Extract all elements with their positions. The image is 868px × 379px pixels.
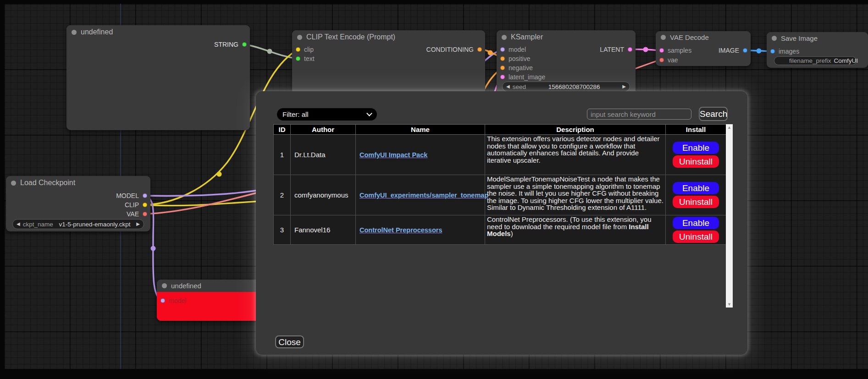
header-author: Author	[291, 125, 356, 135]
output-slot-latent[interactable]: LATENT	[600, 45, 632, 54]
output-slot-vae[interactable]: VAE	[127, 209, 147, 219]
prev-arrow-icon[interactable]: ◀	[17, 222, 20, 226]
collapse-dot-icon[interactable]	[72, 30, 77, 35]
filename-prefix-widget[interactable]: filename_prefix ComfyUI	[774, 56, 857, 65]
node-load-checkpoint[interactable]: Load Checkpoint MODEL CLIP VAE ◀ ckpt_na…	[6, 176, 150, 231]
slot-dot[interactable]	[143, 193, 147, 198]
input-slot-samples[interactable]: samples	[659, 46, 691, 55]
output-slot-clip[interactable]: CLIP	[125, 200, 147, 209]
node-title-bar[interactable]: CLIP Text Encode (Prompt)	[292, 30, 485, 44]
header-install: Install	[666, 125, 726, 135]
extension-link[interactable]: ComfyUI Impact Pack	[359, 151, 427, 159]
enable-button[interactable]: Enable	[673, 217, 719, 229]
slot-dot[interactable]	[160, 298, 165, 303]
collapse-dot-icon[interactable]	[502, 35, 507, 40]
node-title-bar[interactable]: undefined	[157, 280, 267, 292]
uninstall-button[interactable]: Uninstall	[673, 155, 719, 168]
node-save-image[interactable]: Save Image images filename_prefix ComfyU…	[767, 32, 868, 68]
slot-dot[interactable]	[743, 48, 747, 53]
slot-dot[interactable]	[500, 75, 505, 79]
output-slot-model[interactable]: MODEL	[116, 191, 147, 200]
scroll-up-icon[interactable]: ▲	[726, 124, 733, 131]
slot-dot[interactable]	[770, 49, 775, 54]
input-slot-images[interactable]: images	[770, 47, 799, 56]
slot-dot[interactable]	[659, 58, 664, 62]
input-slot-model[interactable]: model	[160, 296, 186, 305]
slot-dot[interactable]	[477, 47, 482, 52]
slot-dot[interactable]	[242, 42, 247, 47]
scroll-down-icon[interactable]: ▼	[726, 301, 733, 308]
prev-arrow-icon[interactable]: ◀	[506, 84, 510, 89]
next-arrow-icon[interactable]: ▶	[136, 222, 140, 226]
cell-author: Fannovel16	[291, 215, 356, 245]
cell-name: ComfyUI_experiments/sampler_tonemap	[356, 175, 485, 215]
input-slot-text[interactable]: text	[296, 54, 315, 63]
slot-label: STRING	[214, 41, 238, 48]
node-title-bar[interactable]: undefined	[66, 25, 250, 39]
slot-dot[interactable]	[143, 203, 147, 207]
extension-link[interactable]: ComfyUI_experiments/sampler_tonemap	[359, 192, 488, 199]
slot-dot[interactable]	[296, 56, 300, 61]
uninstall-button[interactable]: Uninstall	[673, 196, 719, 208]
node-title-bar[interactable]: Save Image	[767, 32, 868, 44]
node-ksampler[interactable]: KSampler model positive negative latent_…	[497, 30, 636, 97]
node-title: Save Image	[781, 34, 818, 42]
node-undefined-top[interactable]: undefined STRING	[66, 25, 250, 130]
enable-button[interactable]: Enable	[673, 182, 719, 194]
slot-dot[interactable]	[500, 47, 505, 52]
collapse-dot-icon[interactable]	[772, 36, 777, 41]
collapse-dot-icon[interactable]	[162, 283, 167, 288]
table-row: 1 Dr.Lt.Data ComfyUI Impact Pack This ex…	[274, 135, 726, 175]
slot-label: samples	[668, 47, 691, 54]
node-title-bar[interactable]: VAE Decode	[656, 31, 751, 44]
slot-label: images	[779, 48, 799, 55]
slot-dot[interactable]	[500, 56, 505, 61]
slot-dot[interactable]	[628, 47, 632, 52]
input-slot-vae[interactable]: vae	[659, 55, 678, 65]
input-slot-negative[interactable]: negative	[500, 63, 533, 72]
uninstall-button[interactable]: Uninstall	[673, 231, 719, 243]
close-button[interactable]: Close	[275, 335, 304, 348]
slot-label: text	[304, 55, 315, 62]
slot-label: VAE	[127, 210, 139, 218]
node-vae-decode[interactable]: VAE Decode samples vae IMAGE	[656, 31, 751, 66]
input-slot-clip[interactable]: clip	[296, 45, 314, 54]
output-slot-image[interactable]: IMAGE	[719, 46, 747, 55]
next-arrow-icon[interactable]: ▶	[622, 84, 626, 89]
filter-value: Filter: all	[282, 110, 367, 118]
slot-dot[interactable]	[143, 212, 147, 216]
node-title-bar[interactable]: KSampler	[497, 30, 636, 44]
node-title: KSampler	[511, 33, 543, 41]
cell-name: ComfyUI Impact Pack	[356, 135, 485, 175]
output-slot-string[interactable]: STRING	[214, 40, 247, 49]
input-slot-latent-image[interactable]: latent_image	[500, 72, 545, 82]
table-header-row: ID Author Name Description Install	[274, 125, 726, 135]
output-slot-conditioning[interactable]: CONDITIONING	[426, 45, 482, 54]
filter-select[interactable]: Filter: all	[277, 108, 377, 121]
input-slot-positive[interactable]: positive	[500, 54, 530, 63]
slot-dot[interactable]	[500, 66, 505, 70]
node-undefined-bottom[interactable]: undefined model	[157, 280, 267, 321]
search-button[interactable]: Search	[699, 107, 728, 121]
table-scrollbar[interactable]: ▲ ▼	[726, 124, 733, 308]
comfyui-canvas: undefined STRING CLIP Text Encode (Promp…	[0, 0, 868, 379]
ckpt-name-widget[interactable]: ◀ ckpt_name v1-5-pruned-emaonly.ckpt ▶	[12, 219, 144, 229]
slot-dot[interactable]	[296, 47, 300, 52]
node-title-bar[interactable]: Load Checkpoint	[6, 176, 150, 190]
widget-value: ComfyUI	[834, 57, 858, 64]
enable-button[interactable]: Enable	[673, 142, 719, 154]
slot-label: LATENT	[600, 46, 624, 53]
input-slot-model[interactable]: model	[500, 45, 526, 54]
seed-widget[interactable]: ◀ seed 156680208700286 ▶	[502, 82, 630, 92]
widget-value: 156680208700286	[529, 83, 619, 90]
collapse-dot-icon[interactable]	[297, 35, 302, 40]
collapse-dot-icon[interactable]	[11, 181, 16, 186]
widget-label: ckpt_name	[23, 221, 53, 228]
extension-link[interactable]: ControlNet Preprocessors	[359, 226, 442, 234]
slot-label: CLIP	[125, 201, 139, 209]
cell-id: 2	[274, 175, 291, 215]
search-input[interactable]	[587, 109, 691, 120]
slot-dot[interactable]	[659, 48, 664, 53]
header-id: ID	[274, 125, 291, 135]
collapse-dot-icon[interactable]	[661, 35, 666, 40]
